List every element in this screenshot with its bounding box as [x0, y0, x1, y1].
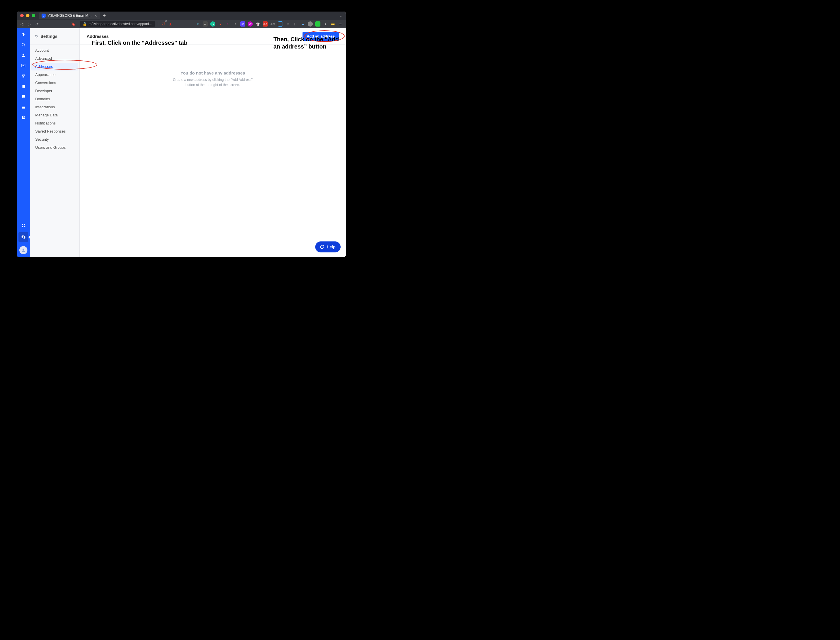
close-tab-icon[interactable]: × — [95, 14, 97, 18]
ext-brave-icon[interactable]: ▲ — [218, 21, 223, 27]
url-box[interactable]: 🔒 m3lvingeorge.activehosted.com/app/ad… — [80, 21, 155, 27]
settings-menu: AccountAdvancedAddressesAppearanceConver… — [30, 45, 79, 152]
automations-icon[interactable] — [21, 74, 26, 78]
contacts-icon[interactable] — [21, 53, 26, 58]
new-tab-button[interactable]: + — [103, 13, 106, 18]
warning-icon[interactable]: ▲ — [168, 22, 172, 26]
settings-active-pointer — [28, 235, 30, 239]
sidebar-item-manage-data[interactable]: Manage Data — [31, 111, 78, 119]
app-root: Settings AccountAdvancedAddressesAppeara… — [17, 28, 346, 257]
ext-braces-icon[interactable]: { } — [293, 21, 298, 27]
brave-shield-icon[interactable]: 🛡 11 — [161, 22, 165, 26]
nav-rail — [17, 28, 30, 257]
sidebar-item-security[interactable]: Security — [31, 136, 78, 143]
sidebar-item-conversions[interactable]: Conversions — [31, 79, 78, 86]
sidebar-item-integrations[interactable]: Integrations — [31, 103, 78, 111]
browser-window: M3LVINGEORGE Email Marketin × + ⌄ ◁ ▷ ⟳ … — [17, 11, 346, 257]
svg-point-0 — [22, 43, 24, 46]
back-icon[interactable]: ◁ — [20, 22, 24, 26]
settings-sidebar: Settings AccountAdvancedAddressesAppeara… — [30, 28, 80, 257]
lock-icon: 🔒 — [83, 22, 87, 26]
apps-icon[interactable] — [21, 223, 26, 228]
svg-rect-4 — [24, 74, 25, 75]
chat-icon — [319, 244, 324, 250]
reports-icon[interactable] — [21, 115, 26, 120]
reload-icon[interactable]: ⟳ — [35, 22, 39, 26]
svg-rect-6 — [22, 85, 23, 88]
page-body: You do not have any addresses Create a n… — [80, 45, 346, 257]
sidebar-item-appearance[interactable]: Appearance — [31, 71, 78, 78]
svg-rect-5 — [23, 77, 24, 77]
page-title: Addresses — [86, 34, 109, 39]
annotation-second: Then, Click on the “Add an address” butt… — [273, 36, 339, 50]
address-bar: ◁ ▷ ⟳ 🔖 🔒 m3lvingeorge.activehosted.com/… — [17, 20, 346, 28]
ext-rewards-icon[interactable]: 0.20 — [270, 21, 275, 27]
sidebar-item-notifications[interactable]: Notifications — [31, 119, 78, 127]
site-icon[interactable] — [21, 104, 26, 110]
svg-rect-7 — [23, 85, 24, 88]
campaigns-icon[interactable] — [21, 63, 26, 68]
ext-flag-icon[interactable]: ⚑ — [233, 21, 238, 27]
menu-icon[interactable]: ☰ — [338, 21, 343, 27]
settings-heading-label: Settings — [40, 34, 57, 39]
sidebar-item-developer[interactable]: Developer — [31, 87, 78, 95]
ext-w-icon[interactable]: W — [248, 21, 253, 27]
browser-tab[interactable]: M3LVINGEORGE Email Marketin × — [39, 12, 100, 19]
ext-cls-icon[interactable]: CLS — [263, 21, 268, 27]
ext-sun-icon[interactable]: ☀ — [285, 21, 291, 27]
annotation-first: First, Click on the “Addresses” tab — [92, 39, 187, 46]
help-button[interactable]: Help — [315, 242, 341, 253]
tab-favicon-icon — [42, 14, 46, 18]
svg-rect-10 — [22, 106, 25, 107]
empty-heading: You do not have any addresses — [80, 70, 346, 75]
search-icon[interactable] — [21, 42, 26, 47]
svg-rect-8 — [24, 85, 25, 88]
ext-cloud-icon[interactable]: ☁ — [300, 21, 305, 27]
conversations-icon[interactable] — [21, 94, 26, 99]
sidebar-item-users-and-groups[interactable]: Users and Groups — [31, 144, 78, 151]
ext-square-icon[interactable] — [278, 21, 283, 27]
forward-icon[interactable]: ▷ — [27, 22, 32, 26]
svg-rect-12 — [24, 224, 25, 225]
minimize-window-icon[interactable] — [26, 14, 29, 17]
ext-ghost-icon[interactable]: 👻 — [255, 21, 260, 27]
sidebar-item-saved-responses[interactable]: Saved Responses — [31, 127, 78, 135]
empty-state: You do not have any addresses Create a n… — [80, 70, 346, 88]
react-devtools-icon[interactable]: ⚛ — [195, 21, 200, 27]
ext-icon[interactable]: •• — [203, 21, 208, 27]
sidebar-item-advanced[interactable]: Advanced — [31, 54, 78, 62]
wallet-icon[interactable]: 💳 — [330, 21, 335, 27]
app-logo-icon[interactable] — [21, 32, 26, 37]
tab-overflow-icon[interactable]: ⌄ — [339, 14, 342, 18]
svg-rect-11 — [22, 224, 23, 225]
svg-point-1 — [22, 54, 24, 55]
ext-dot-icon[interactable] — [308, 21, 313, 27]
deals-icon[interactable] — [21, 84, 26, 89]
svg-point-14 — [22, 249, 24, 250]
user-avatar[interactable] — [19, 246, 27, 254]
close-window-icon[interactable] — [20, 14, 24, 17]
ext-badge-33[interactable]: 33 — [240, 21, 245, 27]
url-text: m3lvingeorge.activehosted.com/app/ad… — [89, 22, 152, 26]
window-controls[interactable] — [20, 14, 35, 17]
sidebar-item-addresses[interactable]: Addresses — [31, 63, 78, 70]
svg-rect-13 — [22, 226, 23, 227]
extensions-row: ⚛ •• G ▲ K ⚑ 33 W 👻 CLS 0.20 ☀ { } ☁ ✦ 💳… — [195, 21, 343, 27]
ext-k-icon[interactable]: K — [225, 21, 230, 27]
tab-title: M3LVINGEORGE Email Marketin — [47, 14, 93, 18]
fullscreen-window-icon[interactable] — [32, 14, 35, 17]
svg-rect-3 — [22, 74, 23, 75]
grammarly-icon[interactable]: G — [210, 21, 216, 27]
extensions-puzzle-icon[interactable]: ✦ — [323, 21, 328, 27]
settings-icon[interactable] — [19, 232, 28, 242]
bookmark-icon[interactable]: 🔖 — [71, 22, 76, 26]
gear-icon — [34, 34, 38, 38]
shield-count: 11 — [165, 20, 168, 22]
stage: M3LVINGEORGE Email Marketin × + ⌄ ◁ ▷ ⟳ … — [0, 0, 361, 275]
sidebar-item-domains[interactable]: Domains — [31, 95, 78, 103]
sidebar-item-account[interactable]: Account — [31, 46, 78, 54]
settings-heading: Settings — [30, 28, 79, 45]
help-label: Help — [327, 245, 335, 249]
tab-strip: M3LVINGEORGE Email Marketin × + ⌄ — [17, 11, 346, 20]
ext-green-icon[interactable] — [315, 21, 320, 27]
